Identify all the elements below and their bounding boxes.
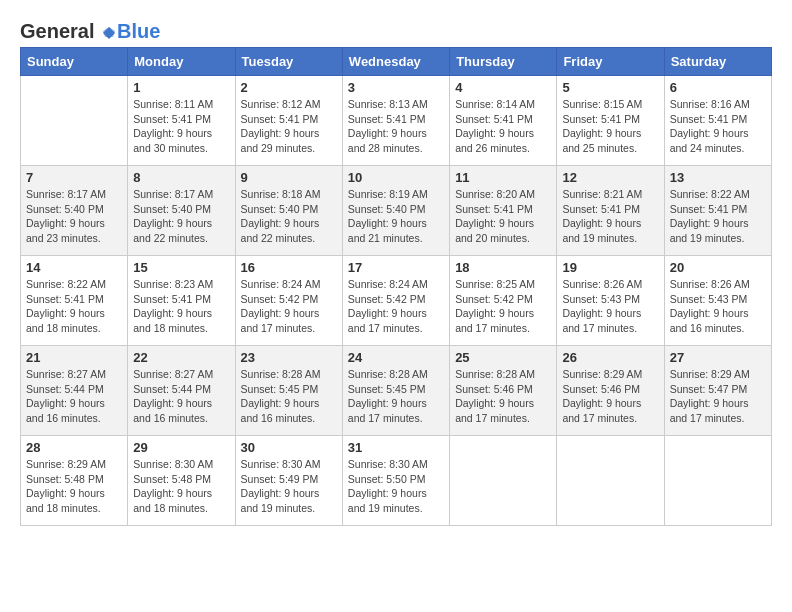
day-number: 20: [670, 260, 766, 275]
day-number: 24: [348, 350, 444, 365]
calendar-cell: 4 Sunrise: 8:14 AMSunset: 5:41 PMDayligh…: [450, 76, 557, 166]
day-number: 25: [455, 350, 551, 365]
day-number: 26: [562, 350, 658, 365]
weekday-header-friday: Friday: [557, 48, 664, 76]
day-number: 13: [670, 170, 766, 185]
weekday-header-saturday: Saturday: [664, 48, 771, 76]
day-info: Sunrise: 8:27 AMSunset: 5:44 PMDaylight:…: [133, 367, 229, 426]
logo-icon: [101, 25, 117, 41]
day-number: 8: [133, 170, 229, 185]
day-info: Sunrise: 8:29 AMSunset: 5:46 PMDaylight:…: [562, 367, 658, 426]
day-info: Sunrise: 8:18 AMSunset: 5:40 PMDaylight:…: [241, 187, 337, 246]
day-info: Sunrise: 8:24 AMSunset: 5:42 PMDaylight:…: [241, 277, 337, 336]
day-number: 3: [348, 80, 444, 95]
day-info: Sunrise: 8:30 AMSunset: 5:49 PMDaylight:…: [241, 457, 337, 516]
calendar-week-row: 28 Sunrise: 8:29 AMSunset: 5:48 PMDaylig…: [21, 436, 772, 526]
calendar-cell: 12 Sunrise: 8:21 AMSunset: 5:41 PMDaylig…: [557, 166, 664, 256]
calendar-cell: 26 Sunrise: 8:29 AMSunset: 5:46 PMDaylig…: [557, 346, 664, 436]
day-number: 28: [26, 440, 122, 455]
calendar-cell: 19 Sunrise: 8:26 AMSunset: 5:43 PMDaylig…: [557, 256, 664, 346]
day-info: Sunrise: 8:25 AMSunset: 5:42 PMDaylight:…: [455, 277, 551, 336]
day-info: Sunrise: 8:30 AMSunset: 5:50 PMDaylight:…: [348, 457, 444, 516]
calendar-week-row: 14 Sunrise: 8:22 AMSunset: 5:41 PMDaylig…: [21, 256, 772, 346]
day-info: Sunrise: 8:22 AMSunset: 5:41 PMDaylight:…: [26, 277, 122, 336]
calendar-cell: 13 Sunrise: 8:22 AMSunset: 5:41 PMDaylig…: [664, 166, 771, 256]
day-info: Sunrise: 8:26 AMSunset: 5:43 PMDaylight:…: [670, 277, 766, 336]
calendar-cell: 21 Sunrise: 8:27 AMSunset: 5:44 PMDaylig…: [21, 346, 128, 436]
calendar-cell: 2 Sunrise: 8:12 AMSunset: 5:41 PMDayligh…: [235, 76, 342, 166]
day-info: Sunrise: 8:15 AMSunset: 5:41 PMDaylight:…: [562, 97, 658, 156]
calendar-cell: [557, 436, 664, 526]
day-info: Sunrise: 8:22 AMSunset: 5:41 PMDaylight:…: [670, 187, 766, 246]
calendar-cell: 30 Sunrise: 8:30 AMSunset: 5:49 PMDaylig…: [235, 436, 342, 526]
day-info: Sunrise: 8:29 AMSunset: 5:47 PMDaylight:…: [670, 367, 766, 426]
calendar-cell: 10 Sunrise: 8:19 AMSunset: 5:40 PMDaylig…: [342, 166, 449, 256]
calendar-cell: 22 Sunrise: 8:27 AMSunset: 5:44 PMDaylig…: [128, 346, 235, 436]
day-number: 16: [241, 260, 337, 275]
logo: General Blue: [20, 20, 160, 43]
weekday-header-thursday: Thursday: [450, 48, 557, 76]
day-number: 23: [241, 350, 337, 365]
day-info: Sunrise: 8:13 AMSunset: 5:41 PMDaylight:…: [348, 97, 444, 156]
calendar-cell: 9 Sunrise: 8:18 AMSunset: 5:40 PMDayligh…: [235, 166, 342, 256]
day-number: 22: [133, 350, 229, 365]
day-number: 5: [562, 80, 658, 95]
day-number: 1: [133, 80, 229, 95]
weekday-header-sunday: Sunday: [21, 48, 128, 76]
calendar-cell: 6 Sunrise: 8:16 AMSunset: 5:41 PMDayligh…: [664, 76, 771, 166]
day-info: Sunrise: 8:14 AMSunset: 5:41 PMDaylight:…: [455, 97, 551, 156]
calendar-cell: 7 Sunrise: 8:17 AMSunset: 5:40 PMDayligh…: [21, 166, 128, 256]
calendar-cell: 11 Sunrise: 8:20 AMSunset: 5:41 PMDaylig…: [450, 166, 557, 256]
day-info: Sunrise: 8:19 AMSunset: 5:40 PMDaylight:…: [348, 187, 444, 246]
day-info: Sunrise: 8:28 AMSunset: 5:46 PMDaylight:…: [455, 367, 551, 426]
day-info: Sunrise: 8:12 AMSunset: 5:41 PMDaylight:…: [241, 97, 337, 156]
day-number: 6: [670, 80, 766, 95]
weekday-header-tuesday: Tuesday: [235, 48, 342, 76]
calendar-cell: [664, 436, 771, 526]
calendar-cell: 28 Sunrise: 8:29 AMSunset: 5:48 PMDaylig…: [21, 436, 128, 526]
calendar-week-row: 7 Sunrise: 8:17 AMSunset: 5:40 PMDayligh…: [21, 166, 772, 256]
day-info: Sunrise: 8:30 AMSunset: 5:48 PMDaylight:…: [133, 457, 229, 516]
day-number: 2: [241, 80, 337, 95]
calendar-cell: 23 Sunrise: 8:28 AMSunset: 5:45 PMDaylig…: [235, 346, 342, 436]
day-info: Sunrise: 8:26 AMSunset: 5:43 PMDaylight:…: [562, 277, 658, 336]
day-info: Sunrise: 8:11 AMSunset: 5:41 PMDaylight:…: [133, 97, 229, 156]
day-number: 27: [670, 350, 766, 365]
day-info: Sunrise: 8:17 AMSunset: 5:40 PMDaylight:…: [133, 187, 229, 246]
day-number: 29: [133, 440, 229, 455]
calendar-cell: 1 Sunrise: 8:11 AMSunset: 5:41 PMDayligh…: [128, 76, 235, 166]
weekday-header-wednesday: Wednesday: [342, 48, 449, 76]
calendar-cell: 15 Sunrise: 8:23 AMSunset: 5:41 PMDaylig…: [128, 256, 235, 346]
calendar-cell: [450, 436, 557, 526]
day-number: 11: [455, 170, 551, 185]
day-number: 12: [562, 170, 658, 185]
day-info: Sunrise: 8:24 AMSunset: 5:42 PMDaylight:…: [348, 277, 444, 336]
calendar-cell: 3 Sunrise: 8:13 AMSunset: 5:41 PMDayligh…: [342, 76, 449, 166]
calendar-table: SundayMondayTuesdayWednesdayThursdayFrid…: [20, 47, 772, 526]
day-info: Sunrise: 8:23 AMSunset: 5:41 PMDaylight:…: [133, 277, 229, 336]
calendar-cell: 29 Sunrise: 8:30 AMSunset: 5:48 PMDaylig…: [128, 436, 235, 526]
calendar-cell: 31 Sunrise: 8:30 AMSunset: 5:50 PMDaylig…: [342, 436, 449, 526]
day-number: 10: [348, 170, 444, 185]
day-number: 31: [348, 440, 444, 455]
day-info: Sunrise: 8:21 AMSunset: 5:41 PMDaylight:…: [562, 187, 658, 246]
day-number: 17: [348, 260, 444, 275]
day-info: Sunrise: 8:28 AMSunset: 5:45 PMDaylight:…: [241, 367, 337, 426]
day-info: Sunrise: 8:20 AMSunset: 5:41 PMDaylight:…: [455, 187, 551, 246]
calendar-cell: 27 Sunrise: 8:29 AMSunset: 5:47 PMDaylig…: [664, 346, 771, 436]
logo-blue: Blue: [117, 20, 160, 43]
calendar-cell: 5 Sunrise: 8:15 AMSunset: 5:41 PMDayligh…: [557, 76, 664, 166]
day-number: 21: [26, 350, 122, 365]
day-number: 18: [455, 260, 551, 275]
weekday-header-monday: Monday: [128, 48, 235, 76]
day-number: 9: [241, 170, 337, 185]
weekday-header-row: SundayMondayTuesdayWednesdayThursdayFrid…: [21, 48, 772, 76]
day-info: Sunrise: 8:27 AMSunset: 5:44 PMDaylight:…: [26, 367, 122, 426]
calendar-cell: 17 Sunrise: 8:24 AMSunset: 5:42 PMDaylig…: [342, 256, 449, 346]
day-info: Sunrise: 8:17 AMSunset: 5:40 PMDaylight:…: [26, 187, 122, 246]
day-number: 15: [133, 260, 229, 275]
calendar-week-row: 1 Sunrise: 8:11 AMSunset: 5:41 PMDayligh…: [21, 76, 772, 166]
day-info: Sunrise: 8:28 AMSunset: 5:45 PMDaylight:…: [348, 367, 444, 426]
calendar-cell: 24 Sunrise: 8:28 AMSunset: 5:45 PMDaylig…: [342, 346, 449, 436]
page-header: General Blue: [20, 20, 772, 43]
